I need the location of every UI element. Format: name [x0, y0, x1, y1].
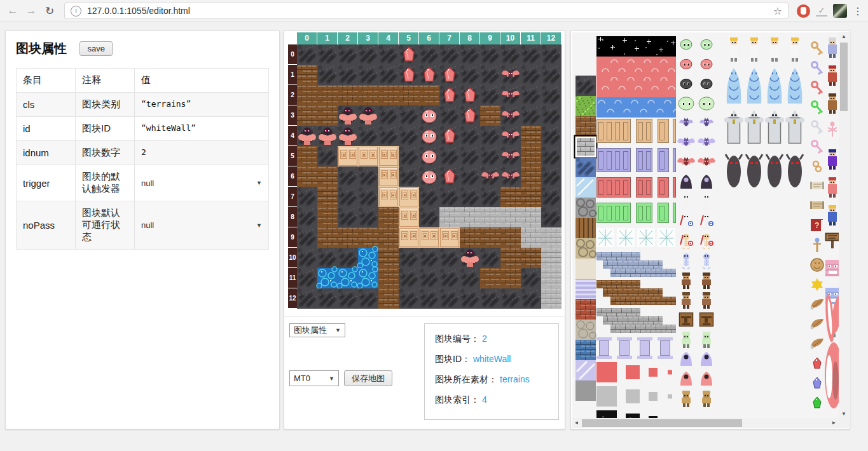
- map-row-header: 5: [288, 146, 297, 166]
- info-line: 图块ID： whiteWall: [435, 354, 548, 365]
- map-col-headers: 0123456789101112: [297, 32, 561, 44]
- table-row: idnum 图块数字 2: [17, 141, 269, 165]
- scroll-up-icon[interactable]: ▲: [839, 32, 849, 41]
- forward-icon[interactable]: →: [25, 4, 38, 17]
- map-row-header: 7: [288, 187, 297, 207]
- map-col-header: 11: [521, 32, 541, 44]
- map-corner-cell: [288, 32, 297, 44]
- browser-toolbar: ← → ↻ i 127.0.0.1:1055/editor.html ☆ ✓ ⋮: [0, 0, 868, 22]
- map-row-header: 9: [288, 227, 297, 248]
- map-col-header: 8: [460, 32, 480, 44]
- info-value: 2: [482, 333, 487, 345]
- chevron-down-icon: ▼: [256, 180, 262, 186]
- edit-mode-select[interactable]: 图块属性 ▼: [289, 323, 345, 337]
- nopass-select[interactable]: null ▼: [141, 220, 262, 230]
- map-row-header: 3: [288, 105, 297, 126]
- info-line: 图块编号： 2: [435, 333, 548, 345]
- divider: [284, 316, 565, 317]
- map-row-header: 10: [288, 248, 297, 268]
- map-row-headers: 0123456789101112: [288, 44, 297, 309]
- scroll-left-icon[interactable]: ◄: [572, 418, 581, 428]
- tileset-canvas[interactable]: [572, 32, 840, 418]
- info-value: terrains: [500, 374, 530, 386]
- prop-value[interactable]: “terrains”: [141, 99, 191, 109]
- vertical-scrollbar[interactable]: ▲ ▼: [839, 32, 849, 419]
- prop-key: cls: [17, 93, 76, 117]
- scroll-down-icon[interactable]: ▼: [839, 409, 849, 419]
- map-col-header: 10: [500, 32, 521, 44]
- map-col-header: 2: [338, 32, 358, 44]
- info-line: 图块所在素材： terrains: [435, 374, 548, 386]
- chevron-down-icon: ▼: [329, 375, 334, 382]
- map-col-header: 3: [358, 32, 378, 44]
- prop-key: trigger: [17, 165, 76, 201]
- info-label: 图块编号：: [435, 333, 479, 345]
- map-area: 0123456789101112 0123456789101112: [288, 32, 561, 309]
- map-col-header: 7: [439, 32, 460, 44]
- prop-value[interactable]: “whiteWall”: [141, 123, 196, 133]
- chevron-down-icon: ▼: [256, 222, 262, 229]
- map-row-header: 2: [288, 85, 297, 105]
- edit-mode-select-value: 图块属性: [294, 325, 327, 336]
- info-value: 4: [482, 394, 487, 406]
- prop-comment: 图块ID: [76, 117, 135, 141]
- horizontal-scrollbar[interactable]: ◄ ►: [572, 418, 839, 428]
- extension-hand-icon[interactable]: [797, 4, 810, 18]
- download-check-icon[interactable]: ✓: [816, 6, 827, 17]
- chevron-down-icon: ▼: [335, 327, 341, 333]
- prop-comment: 图块默认可通行状态: [76, 201, 135, 250]
- map-col-header: 9: [480, 32, 500, 44]
- info-value: whiteWall: [473, 354, 511, 365]
- vertical-scroll-thumb[interactable]: [840, 43, 848, 111]
- page-info-icon[interactable]: i: [71, 6, 81, 17]
- trigger-select[interactable]: null ▼: [141, 178, 262, 188]
- header-entry: 条目: [17, 69, 76, 93]
- info-label: 图块所在素材：: [435, 374, 497, 386]
- map-row-header: 8: [288, 207, 297, 227]
- map-col-header: 0: [297, 32, 317, 44]
- bookmark-star-icon[interactable]: ☆: [773, 5, 782, 17]
- map-row-header: 0: [288, 44, 297, 65]
- profile-avatar[interactable]: [833, 4, 847, 18]
- panel-title: 图块属性: [16, 40, 67, 57]
- address-bar[interactable]: i 127.0.0.1:1055/editor.html ☆: [64, 3, 789, 19]
- scrollbar-corner: [839, 418, 849, 428]
- map-editor-panel: 0123456789101112 0123456789101112 图块属性 ▼…: [284, 30, 565, 429]
- floor-select[interactable]: MT0 ▼: [289, 370, 339, 386]
- prop-value[interactable]: 2: [141, 147, 146, 157]
- info-line: 图块索引： 4: [435, 394, 548, 406]
- save-button[interactable]: save: [79, 41, 112, 56]
- prop-key: idnum: [17, 141, 76, 165]
- prop-comment: 图块数字: [76, 141, 135, 165]
- browser-menu-icon[interactable]: ⋮: [853, 5, 862, 17]
- table-row: noPass 图块默认可通行状态 null ▼: [17, 201, 269, 250]
- nopass-select-value: null: [141, 220, 154, 230]
- map-col-header: 1: [317, 32, 338, 44]
- map-col-header: 6: [419, 32, 439, 44]
- horizontal-scroll-thumb[interactable]: [582, 419, 742, 427]
- properties-table: 条目 注释 值 cls 图块类别 “terrains” id 图块ID “whi…: [16, 68, 269, 250]
- back-icon[interactable]: ←: [6, 4, 19, 17]
- table-row: id 图块ID “whiteWall”: [17, 117, 269, 141]
- reload-icon[interactable]: ↻: [43, 4, 56, 18]
- prop-comment: 图块类别: [76, 93, 135, 117]
- map-col-header: 5: [399, 32, 419, 44]
- trigger-select-value: null: [141, 178, 154, 188]
- tile-properties-panel: 图块属性 save 条目 注释 值 cls 图块类别 “terrains” id…: [5, 30, 280, 429]
- map-row-header: 6: [288, 166, 297, 187]
- table-header-row: 条目 注释 值: [17, 69, 269, 93]
- map-row-header: 4: [288, 126, 297, 146]
- map-row-header: 1: [288, 65, 297, 85]
- url-text[interactable]: 127.0.0.1:1055/editor.html: [87, 6, 768, 16]
- map-row-header: 12: [288, 288, 297, 309]
- save-map-button[interactable]: 保存地图: [344, 370, 392, 386]
- map-col-header: 4: [378, 32, 399, 44]
- map-canvas[interactable]: [297, 44, 561, 309]
- info-label: 图块索引：: [435, 394, 479, 406]
- floor-select-value: MT0: [294, 374, 310, 383]
- scroll-right-icon[interactable]: ►: [829, 418, 839, 428]
- tile-info-box: 图块编号： 2 图块ID： whiteWall 图块所在素材： terrains…: [424, 323, 559, 420]
- info-label: 图块ID：: [435, 354, 471, 365]
- table-row: trigger 图块的默认触发器 null ▼: [17, 165, 269, 201]
- header-value: 值: [135, 69, 269, 93]
